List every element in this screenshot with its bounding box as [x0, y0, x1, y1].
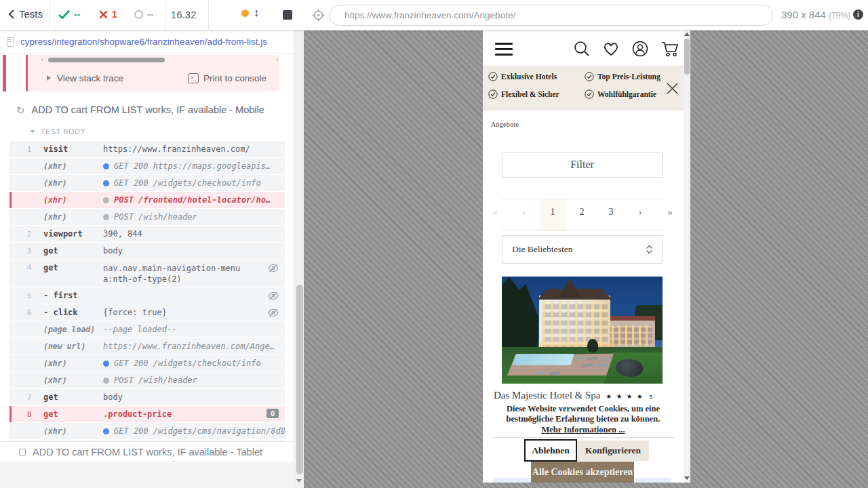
test-pending-row[interactable]: ADD TO cart FROM LIST works, IF availabl…	[0, 441, 294, 462]
command-row[interactable]: 7 get body	[9, 389, 285, 405]
command-row[interactable]: 4 get nav.nav.main-navigation-menu a:nth…	[9, 260, 285, 287]
command-row[interactable]: 3 get body	[9, 243, 285, 259]
scroll-up-arrow[interactable]	[684, 33, 690, 36]
aut-scrollbar-track[interactable]	[684, 30, 690, 483]
print-to-console-button[interactable]: >_ Print to console	[188, 73, 267, 83]
account-icon[interactable]	[631, 40, 649, 58]
failed-test-accent-bar	[3, 55, 6, 92]
hscroll-right-arrow[interactable]: ›	[276, 56, 278, 63]
view-stack-trace-toggle[interactable]: View stack trace	[57, 73, 123, 83]
chevron-up-down-icon	[646, 245, 652, 253]
search-icon[interactable]	[573, 40, 591, 58]
expand-triangle-icon	[47, 75, 51, 81]
back-to-tests-button[interactable]: Tests	[8, 8, 43, 20]
pagination-prev[interactable]: ‹	[515, 207, 534, 218]
command-row[interactable]: 6 - click {force: true}	[9, 304, 285, 321]
x-icon	[99, 10, 108, 19]
command-log: 1 visit https://www.franzinheaven.com/ (…	[9, 141, 285, 441]
small-tree	[587, 339, 598, 352]
aut-scrollbar-thumb[interactable]	[684, 39, 690, 75]
cookie-accept-button[interactable]: Alle Cookies akzeptieren	[531, 462, 634, 483]
divider	[502, 199, 663, 199]
close-icon[interactable]	[666, 82, 679, 98]
divider	[165, 0, 166, 30]
error-horizontal-scrollbar[interactable]	[48, 58, 276, 62]
selector-playground-icon[interactable]	[312, 9, 325, 24]
divider	[49, 0, 50, 30]
product-title-link[interactable]: Das Majestic Hotel & Spa	[494, 390, 600, 401]
xhr-row[interactable]: (xhr) POST /wish/header	[9, 209, 285, 225]
cookie-text-line1: Diese Website verwendet Cookies, um eine	[483, 404, 684, 414]
test-body-label: TEST BODY	[41, 127, 86, 136]
product-image[interactable]	[502, 277, 663, 384]
new-url-row[interactable]: (new url) https://www.franzinheaven.com/…	[9, 338, 285, 354]
trees-silhouette	[502, 277, 538, 350]
more-information-link[interactable]: Mehr Informationen ...	[541, 425, 625, 434]
filter-button[interactable]: Filter	[502, 152, 663, 178]
scrollbar-thumb[interactable]	[48, 58, 165, 62]
pagination: « ‹ 1 2 3 › »	[483, 199, 684, 231]
match-count-badge: 0	[267, 409, 279, 418]
star-rating-suffix: s	[649, 393, 652, 400]
pending-stat[interactable]: --	[134, 9, 153, 20]
file-icon	[7, 37, 14, 47]
xhr-row[interactable]: (xhr) GET 200 https://maps.googleapis…	[9, 158, 285, 174]
pagination-page-2[interactable]: 2	[572, 207, 591, 218]
command-row[interactable]: 2 viewport 390, 844	[9, 226, 285, 242]
divider	[492, 437, 674, 438]
xhr-row[interactable]: (xhr) GET 200 /widgets/checkout/info	[9, 175, 285, 191]
test-body-header[interactable]: TEST BODY	[30, 127, 86, 136]
autoscroll-toggle[interactable]: ↕	[241, 7, 259, 18]
spec-path-link[interactable]: cypress/integration/shopware6/franzinhea…	[20, 37, 267, 47]
scroll-down-arrow[interactable]	[296, 479, 302, 483]
command-failing-row[interactable]: 8 get .product-price 0	[9, 406, 285, 422]
wishlist-heart-icon[interactable]	[602, 40, 620, 58]
stack-trace-row: View stack trace >_ Print to console	[28, 67, 281, 89]
xhr-pending-dot	[103, 214, 109, 220]
pagination-first[interactable]: «	[486, 207, 505, 218]
command-row[interactable]: 1 visit https://www.franzinheaven.com/	[9, 141, 285, 157]
stop-button[interactable]	[283, 10, 292, 20]
xhr-failed-row[interactable]: (xhr) POST /frontend/hotel-locator/ho…	[9, 192, 285, 208]
pending-count: --	[147, 9, 153, 20]
failed-count: 1	[112, 9, 117, 20]
pending-circle-icon	[134, 10, 143, 19]
page-load-row[interactable]: (page load) --page loaded--	[9, 321, 285, 338]
cookie-configure-button[interactable]: Konfigurieren	[577, 441, 649, 461]
xhr-success-dot	[103, 361, 109, 367]
xhr-row[interactable]: (xhr) GET 200 /widgets/checkout/info	[9, 355, 285, 371]
pagination-last[interactable]: »	[660, 207, 679, 218]
scroll-down-arrow[interactable]	[684, 476, 690, 480]
check-circle-icon	[488, 72, 498, 81]
test-duration: 16.32	[171, 9, 197, 20]
pagination-next[interactable]: ›	[631, 207, 650, 218]
command-row[interactable]: 5 - first	[9, 287, 285, 304]
xhr-pending-dot	[103, 197, 109, 203]
xhr-success-dot	[103, 428, 109, 434]
pagination-page-3[interactable]: 3	[601, 207, 620, 218]
divider	[208, 0, 209, 30]
passed-stat[interactable]: --	[58, 9, 80, 20]
xhr-pending-dot	[103, 378, 109, 384]
hamburger-menu-icon[interactable]	[495, 43, 513, 56]
reporter-scrollbar-thumb[interactable]	[296, 285, 303, 474]
scroll-updown-icon: ↕	[254, 7, 259, 18]
sort-select[interactable]: Die Beliebtesten	[502, 235, 663, 264]
pagination-page-1[interactable]: 1	[543, 207, 562, 218]
info-icon[interactable]: i	[853, 9, 863, 20]
hscroll-left-arrow[interactable]: ‹	[41, 56, 43, 63]
cookie-decline-button[interactable]: Ablehnen	[524, 439, 577, 462]
xhr-row[interactable]: (xhr) POST /wish/header	[9, 372, 285, 388]
reporter-footer	[0, 463, 304, 488]
pool	[512, 354, 574, 365]
url-input[interactable]: https://www.franzinheaven.com/Angebote/	[329, 5, 773, 26]
url-text: https://www.franzinheaven.com/Angebote/	[344, 10, 515, 20]
failed-stat[interactable]: 1	[99, 9, 117, 20]
breadcrumb[interactable]: Angebote	[491, 121, 519, 128]
product-title-row: Das Majestic Hotel & Spa ★ ★ ★ ★ s	[494, 390, 652, 401]
cart-icon[interactable]	[660, 40, 679, 58]
test-title: ADD TO cart FROM LIST works, IF availabl…	[33, 447, 262, 458]
xhr-row[interactable]: (xhr) GET 200 /widgets/cms/navigation/8d…	[9, 423, 285, 439]
test-running-row[interactable]: ↻ ADD TO cart FROM LIST works, IF availa…	[0, 100, 294, 120]
terminal-icon: >_	[188, 73, 199, 83]
